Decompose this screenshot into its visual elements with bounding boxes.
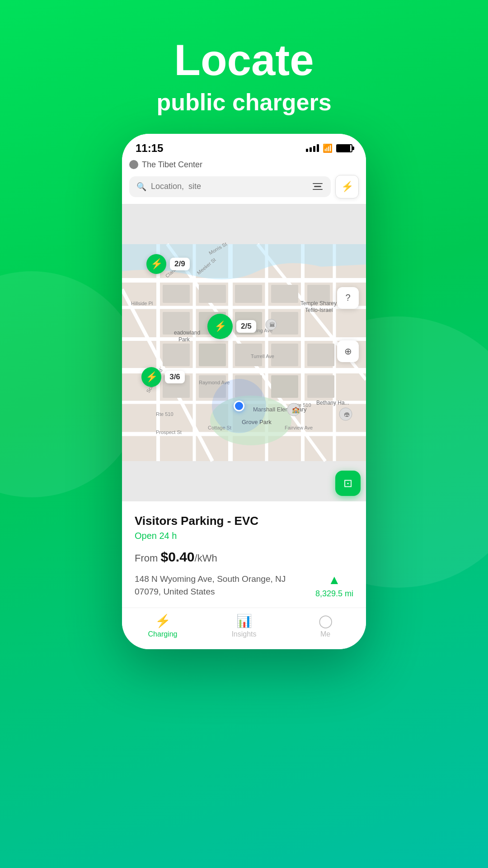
help-button[interactable]: ?	[337, 287, 359, 309]
status-icons: 📶	[306, 143, 352, 153]
charger-pin-2[interactable]: ⚡ 2/5	[207, 314, 256, 339]
nav-me[interactable]: ◯ Me	[285, 613, 366, 638]
navigation-arrow-icon: ▲	[328, 573, 341, 587]
address-line1: 148 N Wyoming Ave, South Orange, NJ	[135, 574, 286, 584]
wifi-icon: 📶	[323, 143, 333, 153]
ar-scan-icon: ⊡	[343, 477, 352, 490]
info-card-distance[interactable]: ▲ 8,329.5 mi	[315, 573, 353, 599]
search-input[interactable]	[151, 182, 307, 191]
charger-pin-3[interactable]: ⚡ 3/6	[141, 367, 185, 387]
info-card-status: Open 24 h	[135, 531, 353, 541]
ev-station-icon: ⚡	[341, 181, 353, 193]
info-card-price: From $0.40/kWh	[135, 549, 353, 565]
search-icon: 🔍	[136, 182, 146, 192]
charger-label-2: 2/5	[236, 320, 256, 333]
nav-insights[interactable]: 📊 Insights	[203, 613, 285, 638]
charger-circle-3: ⚡	[141, 367, 161, 387]
battery-icon	[336, 144, 352, 152]
me-nav-icon: ◯	[319, 613, 333, 628]
location-bar: The Tibet Center	[122, 158, 366, 175]
location-name: The Tibet Center	[142, 160, 202, 170]
charging-nav-label: Charging	[148, 630, 178, 638]
price-prefix: From	[135, 552, 160, 564]
info-card-address-row: 148 N Wyoming Ave, South Orange, NJ 0707…	[135, 573, 353, 599]
user-location-dot	[234, 401, 244, 411]
price-suffix: /kWh	[195, 552, 217, 564]
price-value: $0.40	[160, 549, 194, 564]
signal-bars-icon	[306, 144, 319, 152]
status-time: 11:15	[136, 142, 163, 155]
nav-charging[interactable]: ⚡ Charging	[122, 613, 203, 638]
locate-button[interactable]: ⊕	[337, 340, 359, 362]
ar-scan-button[interactable]: ⊡	[335, 471, 361, 496]
charger-circle-2: ⚡	[207, 314, 233, 339]
info-card: Visitors Parking - EVC Open 24 h From $0…	[122, 501, 366, 608]
distance-value: 8,329.5 mi	[315, 589, 353, 599]
search-bar[interactable]: 🔍	[129, 176, 331, 197]
address-line2: 07079, United States	[135, 587, 215, 596]
bottom-nav: ⚡ Charging 📊 Insights ◯ Me	[122, 608, 366, 649]
map-container[interactable]: Grove Park Morris St Hillside Pl Clark S…	[122, 204, 366, 501]
lightning-icon-1: ⚡	[150, 258, 163, 270]
header-subtitle: public chargers	[156, 89, 331, 116]
scan-button[interactable]: ⚡	[335, 175, 359, 198]
lightning-icon-2: ⚡	[214, 321, 226, 332]
header-section: Locate public chargers	[156, 0, 331, 134]
charger-circle-1: ⚡	[146, 254, 166, 274]
location-dot-icon	[129, 160, 138, 169]
charging-nav-icon: ⚡	[155, 613, 171, 628]
question-icon: ?	[345, 292, 350, 303]
search-area: 🔍 ⚡	[122, 175, 366, 204]
map-overlay: ⚡ 2/9 ⚡ 2/5 ⚡ 3/6	[122, 204, 366, 501]
filter-icon[interactable]	[312, 182, 324, 191]
phone-mockup: 11:15 📶 The Tibet Center 🔍	[122, 134, 366, 649]
status-bar: 11:15 📶	[122, 134, 366, 158]
insights-nav-label: Insights	[231, 630, 256, 638]
charger-label-1: 2/9	[170, 258, 190, 270]
info-card-address: 148 N Wyoming Ave, South Orange, NJ 0707…	[135, 573, 315, 599]
insights-nav-icon: 📊	[236, 613, 252, 628]
me-nav-label: Me	[320, 630, 330, 638]
charger-pin-1[interactable]: ⚡ 2/9	[146, 254, 190, 274]
lightning-icon-3: ⚡	[145, 371, 158, 383]
header-title: Locate	[156, 36, 331, 84]
charger-label-3: 3/6	[165, 371, 185, 383]
info-card-title: Visitors Parking - EVC	[135, 514, 353, 528]
crosshair-icon: ⊕	[344, 346, 352, 357]
